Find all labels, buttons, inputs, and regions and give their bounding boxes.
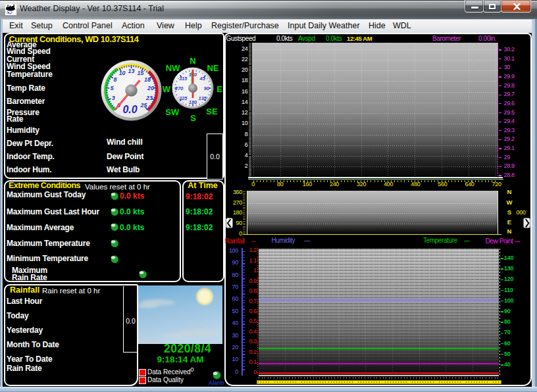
svg-text:15: 15 [138,70,144,76]
svg-text:135: 135 [199,95,207,101]
svg-text:25: 25 [140,102,147,109]
svg-text:3: 3 [112,94,115,101]
svg-text:18: 18 [144,76,151,82]
svg-text:225: 225 [178,95,188,101]
svg-text:5: 5 [111,85,114,91]
svg-text:90: 90 [204,86,210,91]
svg-text:270: 270 [174,86,184,91]
svg-text:23: 23 [145,94,153,101]
svg-text:10: 10 [119,70,126,76]
svg-text:180: 180 [189,99,197,105]
svg-text:315: 315 [179,76,188,82]
svg-text:8: 8 [114,76,117,82]
svg-text:45: 45 [199,76,206,82]
svg-text:13: 13 [128,67,135,74]
svg-text:20: 20 [147,85,154,91]
